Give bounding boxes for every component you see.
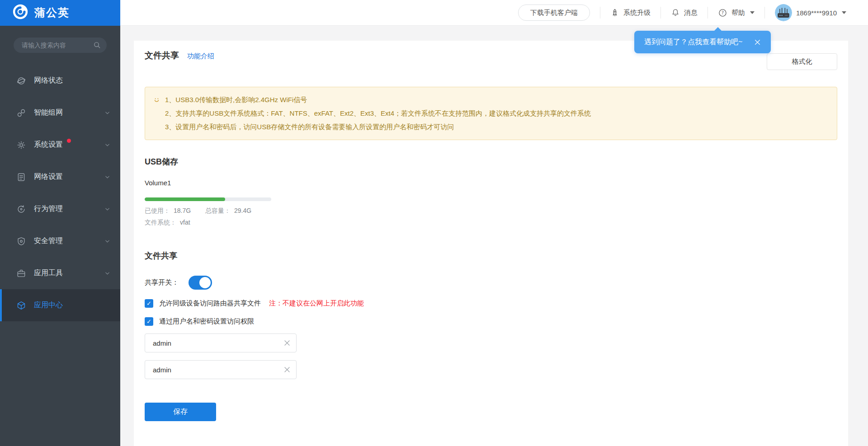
help-tooltip: 遇到问题了？点我查看帮助吧~	[634, 31, 771, 53]
filesystem-label: 文件系统：	[145, 219, 176, 226]
help-tooltip-text: 遇到问题了？点我查看帮助吧~	[644, 38, 742, 47]
topbar-divider	[708, 7, 708, 19]
cube-icon	[16, 300, 26, 310]
share-toggle[interactable]	[189, 276, 212, 290]
sidebar-item-security-management[interactable]: 安全管理	[0, 225, 120, 257]
system-upgrade-button[interactable]: 系统升级	[610, 8, 651, 17]
save-button[interactable]: 保存	[145, 403, 216, 421]
chevron-down-icon	[104, 206, 110, 212]
notice-line: 1、USB3.0传输数据时,会影响2.4GHz WiFi信号	[165, 93, 828, 107]
search-icon[interactable]	[93, 41, 101, 51]
globe-icon	[16, 76, 26, 86]
chevron-down-icon	[104, 174, 110, 180]
sidebar-item-label: 智能组网	[34, 108, 104, 117]
usb-progress-fill	[145, 197, 225, 201]
dandelion-logo-icon	[12, 3, 29, 22]
topbar-divider	[600, 7, 600, 19]
notice-line: 2、支持共享的USB文件系统格式：FAT、NTFS、exFAT、Ext2、Ext…	[165, 107, 828, 120]
sidebar-item-network-status[interactable]: 网络状态	[0, 65, 120, 97]
sidebar-item-system-settings[interactable]: 系统设置	[0, 129, 120, 161]
download-app-button[interactable]: 下载手机客户端	[518, 5, 590, 21]
sidebar-item-network-settings[interactable]: 网络设置	[0, 161, 120, 193]
main-content-card: 文件共享 功能介绍 格式化 1、USB3.0传输数据时,会影响2.4GHz Wi…	[134, 41, 848, 446]
total-value: 29.4G	[234, 207, 251, 214]
mesh-icon	[16, 108, 26, 118]
filesystem-value: vfat	[180, 219, 190, 226]
peer-access-label: 允许同级设备访问路由器共享文件	[159, 299, 261, 308]
sidebar-item-label: 安全管理	[34, 236, 104, 246]
usb-storage-heading: USB储存	[145, 156, 837, 167]
peer-access-option: 允许同级设备访问路由器共享文件 注：不建议在公网上开启此功能	[145, 299, 837, 308]
volume-name: Volume1	[145, 179, 837, 187]
document-icon	[16, 172, 26, 182]
format-button[interactable]: 格式化	[767, 53, 837, 70]
router-avatar	[775, 4, 792, 21]
sidebar-item-label: 应用工具	[34, 268, 104, 278]
page-title: 文件共享	[145, 50, 179, 61]
sidebar: 网络状态 智能组网 系统设置	[0, 26, 120, 446]
sidebar-search	[14, 38, 107, 53]
chevron-down-icon	[104, 270, 110, 276]
used-value: 18.7G	[174, 207, 191, 214]
total-label: 总容量：	[205, 207, 231, 214]
credential-access-label: 通过用户名和密码设置访问权限	[159, 317, 254, 326]
credential-access-checkbox[interactable]	[145, 317, 153, 326]
used-label: 已使用：	[145, 207, 170, 214]
sidebar-item-label: 网络状态	[34, 76, 110, 85]
topbar-divider	[660, 7, 661, 19]
system-upgrade-label: 系统升级	[623, 9, 651, 17]
brand-name: 蒲公英	[34, 5, 70, 20]
usb-usage-bar	[145, 197, 271, 201]
credential-access-option: 通过用户名和密码设置访问权限	[145, 317, 837, 326]
sidebar-item-label: 行为管理	[34, 204, 104, 214]
notice-box: 1、USB3.0传输数据时,会影响2.4GHz WiFi信号 2、支持共享的US…	[145, 87, 837, 140]
clear-input-icon[interactable]	[283, 339, 291, 347]
svg-text:?: ?	[722, 10, 724, 15]
chevron-down-icon	[104, 110, 110, 116]
share-switch-row: 共享开关：	[145, 276, 837, 290]
clear-input-icon[interactable]	[283, 366, 291, 373]
question-circle-icon: ?	[718, 8, 727, 18]
sidebar-item-app-tools[interactable]: 应用工具	[0, 257, 120, 289]
tooltip-close-icon[interactable]	[754, 39, 761, 46]
topbar: 蒲公英 下载手机客户端 系统升级 消息	[0, 0, 868, 26]
tooltip-arrow	[714, 27, 722, 31]
share-switch-label: 共享开关：	[145, 278, 179, 287]
usb-usage-line: 已使用：18.7G 总容量：29.4G	[145, 207, 837, 215]
toggle-knob	[198, 276, 212, 289]
sidebar-menu: 网络状态 智能组网 系统设置	[0, 65, 120, 321]
messages-button[interactable]: 消息	[671, 8, 698, 17]
sidebar-item-smart-network[interactable]: 智能组网	[0, 97, 120, 129]
topbar-divider	[764, 7, 765, 19]
messages-label: 消息	[684, 9, 698, 17]
account-menu[interactable]: 1869****9910	[775, 4, 846, 21]
feature-intro-link[interactable]: 功能介绍	[187, 52, 214, 61]
chevron-down-icon	[750, 11, 755, 14]
sidebar-item-label: 应用中心	[34, 300, 110, 310]
sidebar-item-label: 网络设置	[34, 172, 104, 182]
chevron-down-icon	[842, 11, 846, 14]
notice-line: 3、设置用户名和密码后，访问USB存储文件的所有设备需要输入所设置的用户名和密码…	[165, 120, 828, 134]
rocket-icon	[610, 8, 619, 17]
brand-logo[interactable]: 蒲公英	[0, 0, 120, 26]
refresh-circle-icon	[16, 204, 26, 214]
sidebar-item-app-center[interactable]: 应用中心	[0, 289, 120, 321]
password-field-wrap	[145, 360, 297, 379]
gear-icon	[16, 140, 26, 150]
help-menu[interactable]: ? 帮助	[718, 8, 755, 18]
bell-icon	[671, 8, 680, 17]
peer-access-checkbox[interactable]	[145, 299, 153, 308]
sidebar-item-label: 系统设置	[34, 140, 63, 150]
help-label: 帮助	[731, 9, 745, 17]
public-network-warning: 注：不建议在公网上开启此功能	[269, 299, 364, 308]
password-field[interactable]	[145, 360, 297, 379]
chevron-down-icon	[104, 238, 110, 244]
shield-icon	[16, 236, 26, 246]
username-field[interactable]	[145, 333, 297, 352]
smiley-notice-icon	[153, 95, 160, 108]
file-share-heading: 文件共享	[145, 250, 837, 261]
filesystem-line: 文件系统：vfat	[145, 219, 837, 227]
sidebar-item-behavior-management[interactable]: 行为管理	[0, 193, 120, 225]
username-field-wrap	[145, 333, 297, 352]
briefcase-icon	[16, 268, 26, 278]
